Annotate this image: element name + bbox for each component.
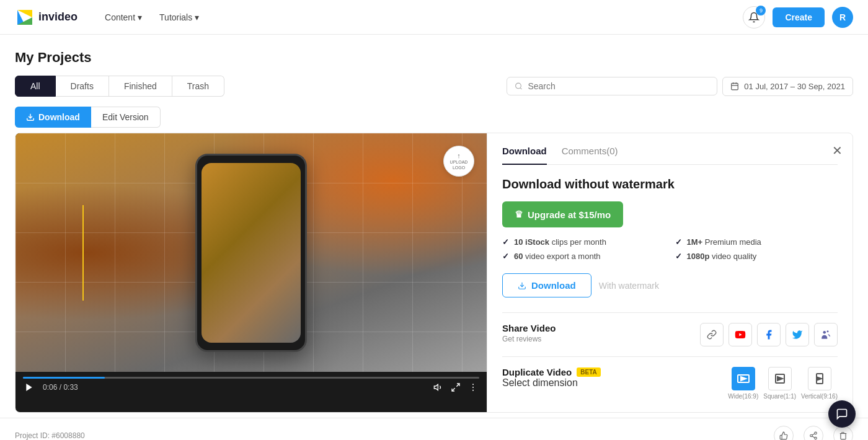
logo-icon [15, 7, 35, 27]
dim-vertical[interactable]: Vertical(9:16) [801, 367, 838, 400]
svg-point-14 [472, 384, 474, 385]
play-button[interactable] [23, 381, 35, 394]
progress-bar[interactable] [23, 377, 479, 379]
svg-line-4 [520, 88, 521, 89]
create-button[interactable]: Create [773, 7, 825, 27]
divider-2 [502, 356, 838, 357]
feature-istock: ✓ 10 iStock clips per month [502, 237, 665, 247]
play-icon [24, 382, 34, 392]
dim-square[interactable]: Square(1:1) [763, 367, 796, 400]
share-icon [809, 431, 818, 440]
header: invideo Content ▾ Tutorials ▾ 9 Create R [0, 0, 868, 35]
tab-drafts[interactable]: Drafts [56, 76, 109, 97]
nav-content[interactable]: Content ▾ [97, 9, 149, 26]
time-display: 0:06 / 0:33 [43, 383, 78, 392]
action-bar: Download Edit Version [15, 107, 853, 128]
twitter-share-button[interactable] [786, 323, 809, 346]
share-buttons [700, 323, 838, 346]
tab-trash[interactable]: Trash [172, 76, 224, 97]
link-icon [707, 330, 717, 340]
beta-badge: BETA [577, 367, 600, 377]
logo[interactable]: invideo [15, 7, 78, 27]
upload-logo-badge[interactable]: ↑ UPLOAD LOGO [443, 146, 474, 177]
svg-marker-11 [434, 384, 438, 390]
tab-finished[interactable]: Finished [109, 76, 172, 97]
share-bottom-button[interactable] [804, 426, 823, 440]
search-icon [515, 82, 523, 90]
date-range-button[interactable]: 01 Jul, 2017 – 30 Sep, 2021 [722, 77, 853, 96]
notification-badge: 9 [756, 6, 766, 15]
check-icon: ✓ [502, 252, 509, 261]
youtube-share-button[interactable] [728, 323, 752, 346]
nav-tutorials[interactable]: Tutorials ▾ [152, 9, 206, 26]
chevron-down-icon: ▾ [195, 12, 199, 22]
project-id: Project ID: #6008880 [15, 431, 85, 440]
svg-line-13 [452, 388, 455, 391]
controls-right [432, 381, 479, 394]
edit-version-button[interactable]: Edit Version [91, 107, 161, 128]
wide-label: Wide(16:9) [728, 393, 758, 400]
duplicate-info: Duplicate Video BETA Select dimension [502, 367, 601, 389]
copy-link-button[interactable] [700, 323, 724, 346]
tab-all[interactable]: All [15, 76, 56, 97]
right-panel: ✕ Download Comments(0) Download without … [487, 133, 852, 412]
svg-line-12 [456, 384, 459, 387]
svg-point-20 [827, 330, 829, 332]
svg-marker-24 [777, 377, 782, 381]
duplicate-subtitle: Select dimension [502, 377, 601, 389]
download-button[interactable]: Download [15, 107, 91, 128]
close-button[interactable]: ✕ [832, 143, 843, 158]
page-title: My Projects [15, 50, 853, 66]
features-grid: ✓ 10 iStock clips per month ✓ 1M+ Premiu… [502, 237, 838, 261]
tab-download[interactable]: Download [502, 146, 547, 165]
download-main-button[interactable]: Download [502, 273, 591, 297]
chat-icon [836, 408, 848, 420]
fullscreen-button[interactable] [450, 381, 462, 394]
vertical-label: Vertical(9:16) [801, 393, 838, 400]
check-icon: ✓ [675, 237, 682, 247]
more-options-button[interactable] [467, 381, 479, 394]
filter-tabs: All Drafts Finished Trash [15, 76, 224, 97]
search-input[interactable] [528, 81, 709, 91]
check-icon: ✓ [675, 252, 682, 261]
video-controls: 0:06 / 0:33 [16, 372, 487, 398]
download-section: Download With watermark [502, 273, 838, 297]
facebook-share-button[interactable] [757, 323, 781, 346]
phone-overlay [195, 154, 307, 352]
svg-marker-22 [741, 377, 746, 381]
fullscreen-icon [451, 382, 461, 392]
avatar-button[interactable]: R [832, 7, 853, 28]
volume-button[interactable] [432, 381, 445, 394]
vertical-ratio-icon [816, 373, 823, 384]
tab-comments[interactable]: Comments(0) [562, 146, 618, 165]
controls-row: 0:06 / 0:33 [23, 381, 479, 394]
teams-share-button[interactable] [814, 323, 838, 346]
square-label: Square(1:1) [763, 393, 796, 400]
svg-marker-26 [818, 377, 822, 380]
search-wrapper [507, 77, 717, 95]
duplicate-title: Duplicate Video [502, 367, 572, 377]
phone-screen [202, 163, 301, 343]
nav: Content ▾ Tutorials ▾ [97, 9, 206, 26]
logo-text: invideo [38, 11, 78, 24]
panel-heading: Download without watermark [502, 177, 838, 191]
upgrade-button[interactable]: ♛ Upgrade at $15/mo [502, 201, 623, 227]
header-right: 9 Create R [743, 6, 853, 29]
calendar-icon [730, 82, 739, 90]
svg-rect-5 [732, 83, 738, 90]
dim-wide[interactable]: Wide(16:9) [728, 367, 758, 400]
dimension-buttons: Wide(16:9) Square(1:1) [728, 367, 838, 400]
like-button[interactable] [774, 426, 794, 440]
date-range-text: 01 Jul, 2017 – 30 Sep, 2021 [744, 82, 845, 91]
notification-button[interactable]: 9 [743, 6, 765, 29]
share-subtitle: Get reviews [502, 335, 556, 343]
feature-premium: ✓ 1M+ Premium media [675, 237, 838, 247]
svg-point-28 [810, 434, 813, 437]
facebook-icon [763, 329, 774, 340]
chat-fab[interactable] [828, 400, 856, 428]
delete-button[interactable] [833, 426, 853, 440]
svg-point-29 [815, 437, 817, 439]
wide-icon [732, 367, 755, 390]
square-icon [768, 367, 792, 390]
svg-point-19 [823, 331, 826, 334]
